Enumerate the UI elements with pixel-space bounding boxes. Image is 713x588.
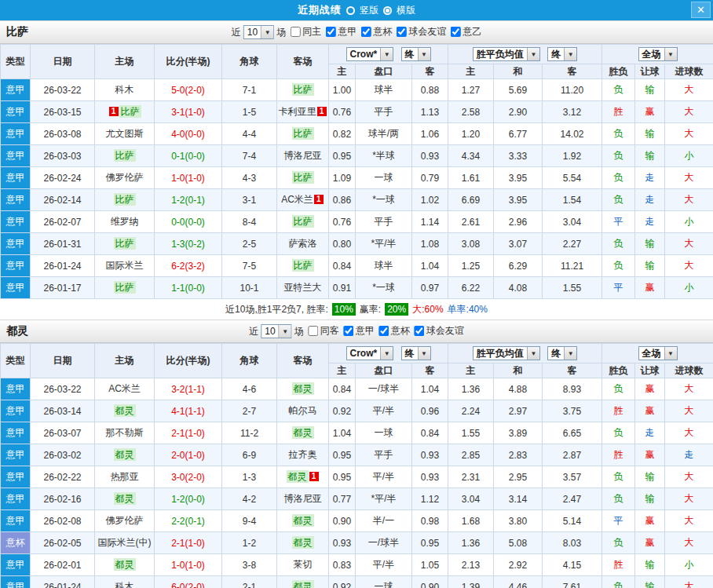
- filter-option[interactable]: 意杯: [356, 25, 392, 38]
- avg-away-cell: 6.65: [543, 422, 602, 444]
- home-team-cell: 比萨: [95, 233, 155, 255]
- filter-option[interactable]: 意杯: [375, 324, 410, 338]
- filter-checkbox[interactable]: [326, 27, 336, 37]
- date-cell: 26-02-01: [31, 554, 95, 576]
- odds-away-cell: 0.97: [412, 277, 448, 299]
- dropdown-arrow-icon: ▼: [664, 347, 677, 360]
- horizontal-layout-label[interactable]: 横版: [397, 4, 415, 17]
- full-match-select[interactable]: 全场▼: [638, 47, 678, 61]
- odds-away-cell: 0.96: [412, 400, 448, 422]
- filter-label: 意乙: [463, 25, 481, 38]
- focus-team: 都灵: [114, 404, 136, 417]
- avg-away-cell: 1.92: [543, 145, 602, 167]
- filter-checkbox-group: 同主意甲意杯球会友谊意乙: [286, 25, 481, 39]
- full-match-select[interactable]: 全场▼: [638, 346, 678, 360]
- dropdown-arrow-icon: ▼: [418, 48, 430, 60]
- filter-option[interactable]: 球会友谊: [392, 25, 446, 38]
- avg-away-cell: 11.21: [543, 255, 602, 277]
- away-team-cell: 卡利亚里1: [277, 101, 329, 123]
- filter-option[interactable]: 意甲: [339, 324, 375, 338]
- match-row: 意甲26-03-07那不勒斯2-1(1-0)11-2都灵1.04一球0.841.…: [1, 422, 713, 444]
- date-cell: 26-03-07: [31, 422, 95, 444]
- corner-cell: 4-4: [222, 123, 277, 145]
- away-team-cell: 比萨: [277, 255, 329, 277]
- avg-home-cell: 1.55: [448, 422, 494, 444]
- filter-checkbox[interactable]: [291, 27, 301, 37]
- dropdown-arrow-icon: ▼: [564, 347, 576, 360]
- red-card-badge: 1: [314, 195, 324, 204]
- odds-away-cell: 0.88: [412, 79, 448, 101]
- avg-draw-cell: 6.29: [494, 255, 543, 277]
- final-odds-select[interactable]: 终▼: [401, 47, 431, 61]
- filter-checkbox[interactable]: [379, 326, 389, 336]
- team: 卡利亚里: [279, 106, 316, 117]
- dropdown-arrow-icon: ▼: [279, 325, 291, 338]
- team: 国际米兰(中): [98, 537, 152, 548]
- filter-option[interactable]: 同主: [286, 25, 321, 38]
- filter-label: 球会友谊: [408, 25, 446, 38]
- handicap-cell: 一球: [356, 422, 412, 444]
- close-icon[interactable]: ✕: [691, 2, 711, 18]
- odds-away-cell: 1.02: [412, 189, 448, 211]
- filter-checkbox[interactable]: [451, 27, 461, 37]
- filter-checkbox[interactable]: [361, 27, 371, 37]
- let-goal-cell: 赢: [635, 510, 665, 532]
- filter-option[interactable]: 意乙: [446, 25, 481, 38]
- final-avg-select[interactable]: 终▼: [547, 47, 577, 61]
- odds-home-cell: 0.80: [329, 233, 356, 255]
- date-cell: 26-02-07: [31, 211, 95, 233]
- avg-away-cell: 8.03: [543, 532, 602, 554]
- handicap-cell: 球半: [356, 255, 412, 277]
- let-goal-cell: 输: [635, 145, 665, 167]
- score-cell: 2-0(1-0): [155, 444, 222, 466]
- result-cell: 负: [602, 189, 635, 211]
- filter-checkbox[interactable]: [415, 326, 425, 336]
- col-avg-away: 客: [543, 64, 602, 79]
- match-count-select[interactable]: 10▼: [243, 25, 274, 39]
- team: 莱切: [294, 559, 313, 570]
- company-select[interactable]: Crow*▼: [346, 47, 394, 61]
- filter-option[interactable]: 意甲: [321, 25, 356, 38]
- avg-odds-select[interactable]: 胜平负均值▼: [473, 346, 540, 360]
- team: 热那亚: [111, 471, 139, 482]
- filter-checkbox[interactable]: [397, 27, 407, 37]
- vertical-layout-label[interactable]: 竖版: [360, 4, 378, 17]
- type-cell: 意甲: [1, 277, 31, 299]
- horizontal-layout-radio[interactable]: [383, 6, 392, 15]
- let-goal-cell: 走: [635, 422, 665, 444]
- filter-option[interactable]: 同客: [304, 324, 339, 338]
- result-cell: 负: [602, 123, 635, 145]
- company-select[interactable]: Crow*▼: [346, 346, 394, 360]
- result-cell: 负: [602, 255, 635, 277]
- final-odds-select[interactable]: 终▼: [401, 346, 431, 360]
- match-count-select[interactable]: 10▼: [261, 324, 291, 338]
- odds-home-cell: 0.91: [329, 277, 356, 299]
- filter-option[interactable]: 球会友谊: [410, 324, 464, 338]
- col-date: 日期: [31, 344, 95, 378]
- type-cell: 意甲: [1, 554, 31, 576]
- odds-away-cell: 1.04: [412, 255, 448, 277]
- col-goals: 进球数: [665, 64, 713, 79]
- filter-checkbox[interactable]: [344, 326, 354, 336]
- odds-home-cell: 0.77: [329, 488, 356, 510]
- final-avg-select[interactable]: 终▼: [547, 346, 577, 360]
- odds-home-cell: 0.83: [329, 554, 356, 576]
- avg-away-cell: 1.55: [543, 277, 602, 299]
- avg-draw-cell: 2.95: [494, 466, 543, 488]
- away-team-cell: 比萨: [277, 123, 329, 145]
- avg-draw-cell: 3.95: [494, 189, 543, 211]
- avg-draw-cell: 3.95: [494, 167, 543, 189]
- score-cell: 1-1(0-0): [155, 277, 222, 299]
- vertical-layout-radio[interactable]: [346, 6, 355, 15]
- filter-checkbox[interactable]: [309, 326, 319, 336]
- avg-odds-select[interactable]: 胜平负均值▼: [473, 47, 540, 61]
- result-cell: 负: [602, 532, 635, 554]
- avg-away-cell: 2.27: [543, 233, 602, 255]
- result-cell: 负: [602, 466, 635, 488]
- goals-cell: 大: [665, 532, 713, 554]
- match-row: 意甲26-03-22科木5-0(2-0)7-1比萨1.00球半0.881.275…: [1, 79, 713, 101]
- dropdown-arrow-icon: ▼: [664, 48, 677, 60]
- match-row: 意甲26-03-03比萨0-1(0-0)7-4博洛尼亚0.95*半球0.934.…: [1, 145, 713, 167]
- handicap-cell: *半球: [356, 145, 412, 167]
- goals-cell: 大: [665, 576, 713, 588]
